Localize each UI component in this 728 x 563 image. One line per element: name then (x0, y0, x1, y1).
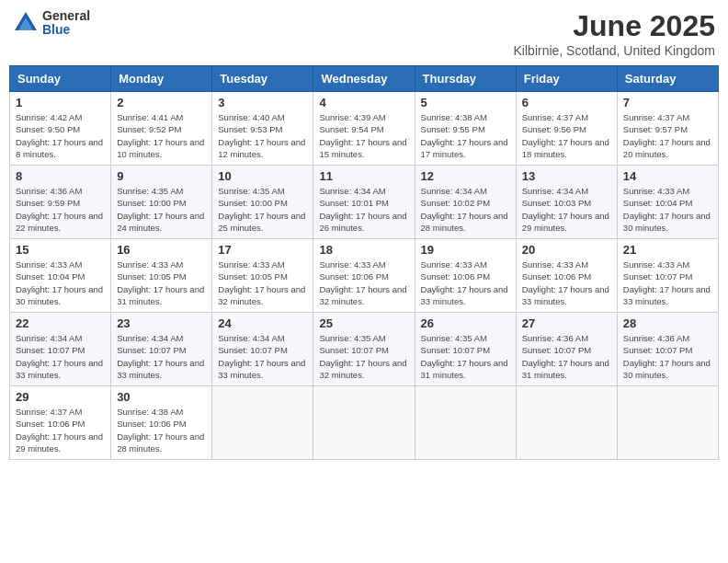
day-info: Sunrise: 4:33 AM Sunset: 10:04 PM Daylig… (623, 185, 712, 234)
calendar-day-cell: 19 Sunrise: 4:33 AM Sunset: 10:06 PM Day… (415, 239, 516, 313)
day-info: Sunrise: 4:34 AM Sunset: 10:03 PM Daylig… (522, 185, 611, 234)
day-info: Sunrise: 4:38 AM Sunset: 10:06 PM Daylig… (117, 406, 206, 454)
calendar-day-cell: 5 Sunrise: 4:38 AM Sunset: 9:55 PM Dayli… (415, 92, 516, 166)
logo: General Blue (13, 9, 90, 38)
calendar-day-cell (313, 386, 415, 460)
calendar-day-cell: 24 Sunrise: 4:34 AM Sunset: 10:07 PM Day… (212, 313, 313, 386)
day-number: 10 (218, 169, 307, 183)
day-number: 28 (623, 316, 712, 330)
calendar-day-cell: 11 Sunrise: 4:34 AM Sunset: 10:01 PM Day… (313, 166, 415, 239)
calendar-week-row: 22 Sunrise: 4:34 AM Sunset: 10:07 PM Day… (10, 313, 719, 386)
day-info: Sunrise: 4:37 AM Sunset: 9:57 PM Dayligh… (623, 111, 712, 160)
day-number: 11 (319, 169, 408, 183)
day-number: 16 (117, 243, 206, 257)
day-number: 20 (522, 243, 611, 257)
logo-general: General (42, 9, 90, 23)
calendar-week-row: 15 Sunrise: 4:33 AM Sunset: 10:04 PM Day… (10, 239, 719, 313)
header: General Blue June 2025 Kilbirnie, Scotla… (9, 9, 719, 58)
day-number: 26 (421, 316, 510, 330)
calendar-week-row: 8 Sunrise: 4:36 AM Sunset: 9:59 PM Dayli… (10, 166, 719, 239)
day-info: Sunrise: 4:33 AM Sunset: 10:06 PM Daylig… (319, 259, 408, 307)
day-info: Sunrise: 4:33 AM Sunset: 10:04 PM Daylig… (16, 259, 105, 307)
calendar-table: Sunday Monday Tuesday Wednesday Thursday… (9, 65, 719, 460)
calendar-subtitle: Kilbirnie, Scotland, United Kingdom (514, 43, 715, 58)
day-number: 30 (117, 390, 206, 404)
day-info: Sunrise: 4:34 AM Sunset: 10:02 PM Daylig… (421, 185, 510, 234)
day-info: Sunrise: 4:34 AM Sunset: 10:01 PM Daylig… (319, 185, 408, 234)
day-number: 22 (16, 316, 105, 330)
day-number: 3 (218, 96, 307, 109)
calendar-day-cell (415, 386, 516, 460)
logo-icon (13, 10, 39, 36)
weekday-sunday: Sunday (10, 66, 111, 92)
logo-blue: Blue (42, 23, 90, 37)
day-info: Sunrise: 4:35 AM Sunset: 10:00 PM Daylig… (117, 185, 206, 234)
day-number: 14 (623, 169, 712, 183)
calendar-day-cell: 23 Sunrise: 4:34 AM Sunset: 10:07 PM Day… (111, 313, 212, 386)
calendar-day-cell: 25 Sunrise: 4:35 AM Sunset: 10:07 PM Day… (313, 313, 415, 386)
day-info: Sunrise: 4:34 AM Sunset: 10:07 PM Daylig… (218, 332, 307, 381)
logo-text: General Blue (42, 9, 90, 38)
day-number: 2 (117, 96, 206, 109)
day-number: 7 (623, 96, 712, 109)
weekday-tuesday: Tuesday (212, 66, 313, 92)
day-number: 18 (319, 243, 408, 257)
weekday-wednesday: Wednesday (313, 66, 415, 92)
day-info: Sunrise: 4:34 AM Sunset: 10:07 PM Daylig… (117, 332, 206, 381)
calendar-day-cell: 8 Sunrise: 4:36 AM Sunset: 9:59 PM Dayli… (10, 166, 111, 239)
calendar-day-cell: 4 Sunrise: 4:39 AM Sunset: 9:54 PM Dayli… (313, 92, 415, 166)
calendar-day-cell: 28 Sunrise: 4:36 AM Sunset: 10:07 PM Day… (617, 313, 718, 386)
calendar-day-cell: 22 Sunrise: 4:34 AM Sunset: 10:07 PM Day… (10, 313, 111, 386)
day-info: Sunrise: 4:41 AM Sunset: 9:52 PM Dayligh… (117, 111, 206, 160)
calendar-day-cell (212, 386, 313, 460)
calendar-day-cell: 1 Sunrise: 4:42 AM Sunset: 9:50 PM Dayli… (10, 92, 111, 166)
calendar-day-cell: 9 Sunrise: 4:35 AM Sunset: 10:00 PM Dayl… (111, 166, 212, 239)
day-number: 12 (421, 169, 510, 183)
calendar-day-cell: 10 Sunrise: 4:35 AM Sunset: 10:00 PM Day… (212, 166, 313, 239)
weekday-monday: Monday (111, 66, 212, 92)
day-number: 29 (16, 390, 105, 404)
day-info: Sunrise: 4:37 AM Sunset: 10:06 PM Daylig… (16, 406, 105, 454)
day-number: 25 (319, 316, 408, 330)
calendar-day-cell: 16 Sunrise: 4:33 AM Sunset: 10:05 PM Day… (111, 239, 212, 313)
day-number: 8 (16, 169, 105, 183)
day-info: Sunrise: 4:42 AM Sunset: 9:50 PM Dayligh… (16, 111, 105, 160)
day-info: Sunrise: 4:33 AM Sunset: 10:06 PM Daylig… (522, 259, 611, 307)
calendar-day-cell: 14 Sunrise: 4:33 AM Sunset: 10:04 PM Day… (617, 166, 718, 239)
day-info: Sunrise: 4:33 AM Sunset: 10:05 PM Daylig… (117, 259, 206, 307)
day-number: 6 (522, 96, 611, 109)
day-info: Sunrise: 4:33 AM Sunset: 10:06 PM Daylig… (421, 259, 510, 307)
calendar-title: June 2025 (514, 9, 715, 43)
day-number: 4 (319, 96, 408, 109)
day-info: Sunrise: 4:39 AM Sunset: 9:54 PM Dayligh… (319, 111, 408, 160)
calendar-day-cell: 12 Sunrise: 4:34 AM Sunset: 10:02 PM Day… (415, 166, 516, 239)
day-info: Sunrise: 4:35 AM Sunset: 10:00 PM Daylig… (218, 185, 307, 234)
title-area: June 2025 Kilbirnie, Scotland, United Ki… (514, 9, 715, 58)
weekday-saturday: Saturday (617, 66, 718, 92)
calendar-day-cell: 20 Sunrise: 4:33 AM Sunset: 10:06 PM Day… (516, 239, 617, 313)
day-number: 17 (218, 243, 307, 257)
day-number: 15 (16, 243, 105, 257)
calendar-day-cell: 21 Sunrise: 4:33 AM Sunset: 10:07 PM Day… (617, 239, 718, 313)
day-number: 19 (421, 243, 510, 257)
calendar-day-cell: 26 Sunrise: 4:35 AM Sunset: 10:07 PM Day… (415, 313, 516, 386)
calendar-day-cell (516, 386, 617, 460)
calendar-week-row: 1 Sunrise: 4:42 AM Sunset: 9:50 PM Dayli… (10, 92, 719, 166)
calendar-day-cell: 2 Sunrise: 4:41 AM Sunset: 9:52 PM Dayli… (111, 92, 212, 166)
day-number: 9 (117, 169, 206, 183)
calendar-day-cell: 30 Sunrise: 4:38 AM Sunset: 10:06 PM Day… (111, 386, 212, 460)
day-info: Sunrise: 4:33 AM Sunset: 10:05 PM Daylig… (218, 259, 307, 307)
day-number: 21 (623, 243, 712, 257)
day-info: Sunrise: 4:38 AM Sunset: 9:55 PM Dayligh… (421, 111, 510, 160)
day-info: Sunrise: 4:40 AM Sunset: 9:53 PM Dayligh… (218, 111, 307, 160)
day-info: Sunrise: 4:35 AM Sunset: 10:07 PM Daylig… (319, 332, 408, 381)
weekday-thursday: Thursday (415, 66, 516, 92)
calendar-day-cell: 18 Sunrise: 4:33 AM Sunset: 10:06 PM Day… (313, 239, 415, 313)
calendar-day-cell: 15 Sunrise: 4:33 AM Sunset: 10:04 PM Day… (10, 239, 111, 313)
day-number: 23 (117, 316, 206, 330)
calendar-day-cell: 6 Sunrise: 4:37 AM Sunset: 9:56 PM Dayli… (516, 92, 617, 166)
weekday-header-row: Sunday Monday Tuesday Wednesday Thursday… (10, 66, 719, 92)
day-info: Sunrise: 4:33 AM Sunset: 10:07 PM Daylig… (623, 259, 712, 307)
day-number: 5 (421, 96, 510, 109)
day-info: Sunrise: 4:36 AM Sunset: 10:07 PM Daylig… (522, 332, 611, 381)
